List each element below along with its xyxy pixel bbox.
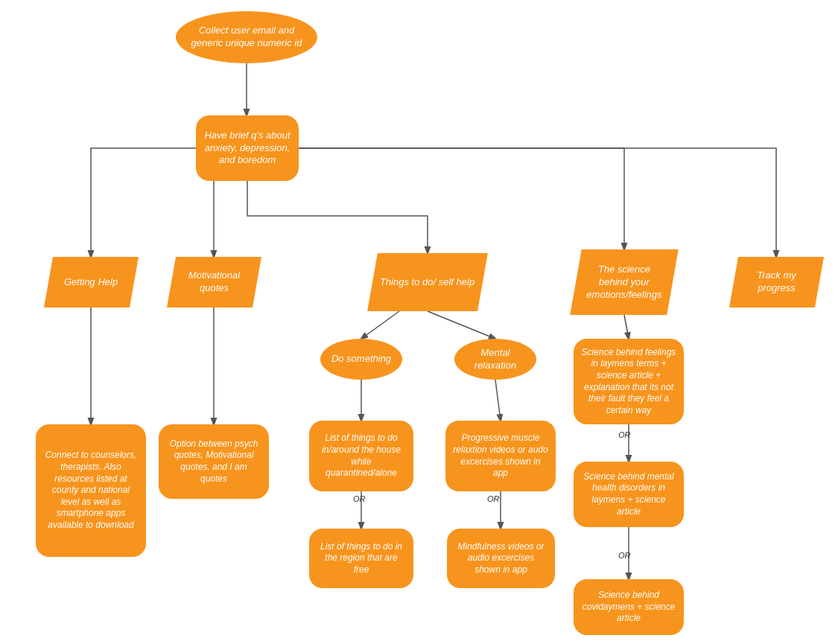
flowchart-diagram: Collect user email and generic unique nu… — [0, 0, 838, 644]
node-collect: Collect user email and generic unique nu… — [176, 11, 317, 63]
or-label-3: OR — [618, 430, 631, 439]
node-progressive: Progressive muscle relaxtion videos or a… — [445, 421, 556, 491]
node-getting-help: Getting Help — [44, 257, 139, 307]
svg-line-7 — [495, 380, 501, 421]
node-do-something: Do something — [320, 339, 402, 380]
svg-line-4 — [428, 311, 495, 339]
node-mental-relax: Mental relaxation — [454, 339, 536, 380]
node-option-quotes: Option between psych quotes, Motivationa… — [159, 424, 269, 499]
node-sci-covid: Science behind covidaymens + science art… — [574, 579, 684, 635]
node-mindfulness: Mindfulness videos or audio excercises s… — [447, 529, 555, 588]
node-connect: Connect to counselors, therapists. Also … — [36, 424, 146, 557]
node-motivational: Motivational quotes — [167, 257, 261, 307]
node-list-house: List of things to do in/around the house… — [309, 421, 413, 491]
node-sci-disorders: Science behind mental health disorders i… — [574, 462, 684, 527]
node-science: The science behind your emotions/feeling… — [570, 249, 679, 315]
or-label-4: OR — [618, 551, 631, 560]
node-sci-feelings: Science behind feelings in laymens terms… — [574, 339, 684, 424]
or-label-1: OR — [353, 494, 366, 503]
svg-line-3 — [361, 311, 399, 339]
svg-line-9 — [624, 315, 629, 339]
node-list-region: List of things to do in the region that … — [309, 529, 413, 588]
node-brief-q: Have brief q's about anxiety, depression… — [196, 115, 299, 181]
node-track: Track my progress — [729, 257, 824, 307]
or-label-2: OR — [487, 494, 500, 503]
node-things-todo: Things to do/ self help — [367, 253, 488, 311]
